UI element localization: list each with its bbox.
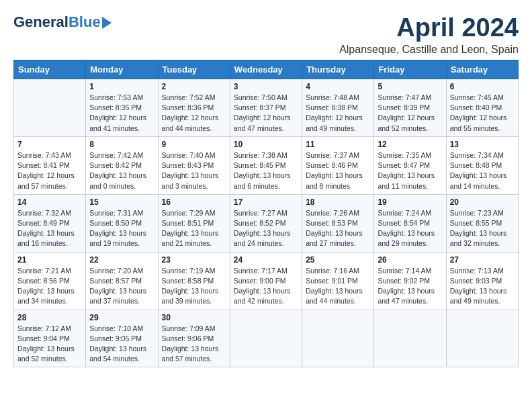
day-cell: 14Sunrise: 7:32 AM Sunset: 8:49 PM Dayli… xyxy=(14,194,86,252)
logo: General Blue xyxy=(13,13,112,31)
day-detail: Sunrise: 7:32 AM Sunset: 8:49 PM Dayligh… xyxy=(17,208,82,249)
day-number: 2 xyxy=(162,82,226,91)
day-number: 16 xyxy=(162,197,226,207)
day-cell: 1Sunrise: 7:53 AM Sunset: 8:35 PM Daylig… xyxy=(86,79,158,137)
day-cell: 11Sunrise: 7:37 AM Sunset: 8:46 PM Dayli… xyxy=(302,136,374,194)
calendar-table: Sunday Monday Tuesday Wednesday Thursday… xyxy=(13,60,519,367)
month-title: April 2024 xyxy=(339,13,519,42)
day-cell: 25Sunrise: 7:16 AM Sunset: 9:01 PM Dayli… xyxy=(302,252,374,310)
day-cell: 16Sunrise: 7:29 AM Sunset: 8:51 PM Dayli… xyxy=(158,194,230,252)
day-detail: Sunrise: 7:19 AM Sunset: 8:58 PM Dayligh… xyxy=(162,266,226,307)
day-number: 1 xyxy=(89,82,154,91)
day-detail: Sunrise: 7:10 AM Sunset: 9:05 PM Dayligh… xyxy=(89,324,154,365)
day-detail: Sunrise: 7:53 AM Sunset: 8:35 PM Dayligh… xyxy=(89,93,154,134)
day-cell: 9Sunrise: 7:40 AM Sunset: 8:43 PM Daylig… xyxy=(158,136,230,194)
day-number: 20 xyxy=(450,197,515,207)
day-detail: Sunrise: 7:27 AM Sunset: 8:52 PM Dayligh… xyxy=(234,208,298,249)
day-number: 29 xyxy=(89,313,154,322)
day-cell: 10Sunrise: 7:38 AM Sunset: 8:45 PM Dayli… xyxy=(230,136,302,194)
day-detail: Sunrise: 7:50 AM Sunset: 8:37 PM Dayligh… xyxy=(234,93,298,134)
day-detail: Sunrise: 7:40 AM Sunset: 8:43 PM Dayligh… xyxy=(162,150,226,191)
day-number: 13 xyxy=(450,140,515,149)
day-detail: Sunrise: 7:09 AM Sunset: 9:06 PM Dayligh… xyxy=(162,324,226,365)
day-detail: Sunrise: 7:21 AM Sunset: 8:56 PM Dayligh… xyxy=(17,266,82,307)
day-detail: Sunrise: 7:26 AM Sunset: 8:53 PM Dayligh… xyxy=(306,208,370,249)
logo-arrow-icon xyxy=(102,17,112,29)
day-number: 4 xyxy=(306,82,370,91)
day-cell: 21Sunrise: 7:21 AM Sunset: 8:56 PM Dayli… xyxy=(14,252,86,310)
day-detail: Sunrise: 7:34 AM Sunset: 8:48 PM Dayligh… xyxy=(450,150,515,191)
day-detail: Sunrise: 7:43 AM Sunset: 8:41 PM Dayligh… xyxy=(17,150,82,191)
day-number: 3 xyxy=(234,82,298,91)
day-cell xyxy=(302,310,374,367)
day-cell: 8Sunrise: 7:42 AM Sunset: 8:42 PM Daylig… xyxy=(86,136,158,194)
title-block: April 2024 Alpanseque, Castille and Leon… xyxy=(339,13,519,56)
day-number: 26 xyxy=(378,255,442,265)
day-number: 12 xyxy=(378,140,442,149)
day-cell: 4Sunrise: 7:48 AM Sunset: 8:38 PM Daylig… xyxy=(302,79,374,137)
col-monday: Monday xyxy=(86,60,158,79)
day-number: 9 xyxy=(162,140,226,149)
day-number: 8 xyxy=(89,140,154,149)
day-cell: 30Sunrise: 7:09 AM Sunset: 9:06 PM Dayli… xyxy=(158,310,230,367)
logo-general: General xyxy=(13,13,69,31)
day-number: 28 xyxy=(17,313,82,322)
day-number: 22 xyxy=(89,255,154,265)
day-number: 11 xyxy=(306,140,370,149)
day-detail: Sunrise: 7:23 AM Sunset: 8:55 PM Dayligh… xyxy=(450,208,515,249)
day-number: 10 xyxy=(234,140,298,149)
location-subtitle: Alpanseque, Castille and Leon, Spain xyxy=(339,44,519,56)
day-cell: 22Sunrise: 7:20 AM Sunset: 8:57 PM Dayli… xyxy=(86,252,158,310)
day-cell: 13Sunrise: 7:34 AM Sunset: 8:48 PM Dayli… xyxy=(446,136,518,194)
col-wednesday: Wednesday xyxy=(230,60,302,79)
col-sunday: Sunday xyxy=(14,60,86,79)
day-detail: Sunrise: 7:38 AM Sunset: 8:45 PM Dayligh… xyxy=(234,150,298,191)
day-number: 18 xyxy=(306,197,370,207)
col-friday: Friday xyxy=(374,60,446,79)
day-cell: 19Sunrise: 7:24 AM Sunset: 8:54 PM Dayli… xyxy=(374,194,446,252)
day-detail: Sunrise: 7:29 AM Sunset: 8:51 PM Dayligh… xyxy=(162,208,226,249)
day-detail: Sunrise: 7:20 AM Sunset: 8:57 PM Dayligh… xyxy=(89,266,154,307)
day-number: 25 xyxy=(306,255,370,265)
day-cell: 6Sunrise: 7:45 AM Sunset: 8:40 PM Daylig… xyxy=(446,79,518,137)
logo-blue: Blue xyxy=(69,13,101,31)
day-detail: Sunrise: 7:31 AM Sunset: 8:50 PM Dayligh… xyxy=(89,208,154,249)
page-header: General Blue April 2024 Alpanseque, Cast… xyxy=(13,13,519,56)
day-cell xyxy=(446,310,518,367)
day-detail: Sunrise: 7:45 AM Sunset: 8:40 PM Dayligh… xyxy=(450,93,515,134)
week-row-5: 28Sunrise: 7:12 AM Sunset: 9:04 PM Dayli… xyxy=(14,310,519,367)
day-cell: 27Sunrise: 7:13 AM Sunset: 9:03 PM Dayli… xyxy=(446,252,518,310)
week-row-4: 21Sunrise: 7:21 AM Sunset: 8:56 PM Dayli… xyxy=(14,252,519,310)
day-cell: 15Sunrise: 7:31 AM Sunset: 8:50 PM Dayli… xyxy=(86,194,158,252)
day-number: 27 xyxy=(450,255,515,265)
day-detail: Sunrise: 7:47 AM Sunset: 8:39 PM Dayligh… xyxy=(378,93,442,134)
day-number: 23 xyxy=(162,255,226,265)
day-cell: 20Sunrise: 7:23 AM Sunset: 8:55 PM Dayli… xyxy=(446,194,518,252)
day-number: 17 xyxy=(234,197,298,207)
day-detail: Sunrise: 7:12 AM Sunset: 9:04 PM Dayligh… xyxy=(17,324,82,365)
day-cell: 23Sunrise: 7:19 AM Sunset: 8:58 PM Dayli… xyxy=(158,252,230,310)
day-cell: 3Sunrise: 7:50 AM Sunset: 8:37 PM Daylig… xyxy=(230,79,302,137)
day-detail: Sunrise: 7:17 AM Sunset: 9:00 PM Dayligh… xyxy=(234,266,298,307)
day-cell: 2Sunrise: 7:52 AM Sunset: 8:36 PM Daylig… xyxy=(158,79,230,137)
day-detail: Sunrise: 7:14 AM Sunset: 9:02 PM Dayligh… xyxy=(378,266,442,307)
day-number: 5 xyxy=(378,82,442,91)
col-tuesday: Tuesday xyxy=(158,60,230,79)
col-saturday: Saturday xyxy=(446,60,518,79)
day-cell: 17Sunrise: 7:27 AM Sunset: 8:52 PM Dayli… xyxy=(230,194,302,252)
day-number: 14 xyxy=(17,197,82,207)
day-detail: Sunrise: 7:16 AM Sunset: 9:01 PM Dayligh… xyxy=(306,266,370,307)
day-number: 15 xyxy=(89,197,154,207)
day-detail: Sunrise: 7:52 AM Sunset: 8:36 PM Dayligh… xyxy=(162,93,226,134)
day-detail: Sunrise: 7:35 AM Sunset: 8:47 PM Dayligh… xyxy=(378,150,442,191)
day-number: 6 xyxy=(450,82,515,91)
day-cell xyxy=(374,310,446,367)
day-cell: 18Sunrise: 7:26 AM Sunset: 8:53 PM Dayli… xyxy=(302,194,374,252)
week-row-2: 7Sunrise: 7:43 AM Sunset: 8:41 PM Daylig… xyxy=(14,136,519,194)
day-cell: 26Sunrise: 7:14 AM Sunset: 9:02 PM Dayli… xyxy=(374,252,446,310)
day-cell: 5Sunrise: 7:47 AM Sunset: 8:39 PM Daylig… xyxy=(374,79,446,137)
day-cell xyxy=(14,79,86,137)
col-thursday: Thursday xyxy=(302,60,374,79)
day-number: 21 xyxy=(17,255,82,265)
day-detail: Sunrise: 7:24 AM Sunset: 8:54 PM Dayligh… xyxy=(378,208,442,249)
